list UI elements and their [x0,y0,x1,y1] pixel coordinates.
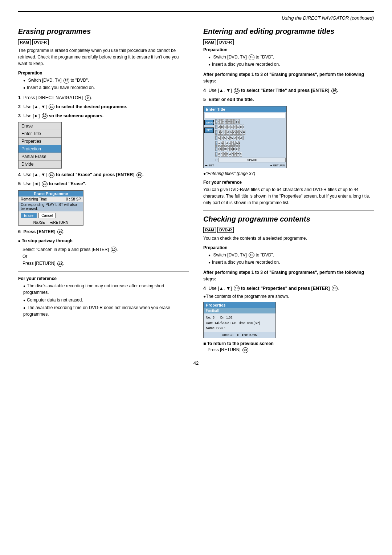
to-stop-line-1: Select "Cancel" in step 6 and press [ENT… [23,246,189,253]
et-c-28[interactable]: P [236,130,239,135]
to-return-text: Press [RETURN] 23. [208,347,374,353]
badge-ram: RAM [18,39,31,45]
et-c-56[interactable]: n [228,146,230,151]
et-c-27[interactable]: O [233,130,236,135]
et-c-61[interactable]: 7 [215,152,217,157]
et-c-29[interactable]: Q [239,130,242,135]
et-c-32[interactable]: S [218,135,220,140]
et-c-16[interactable]: E [230,125,233,129]
et-c-67[interactable]: 5 [232,152,234,157]
et-c-19[interactable]: H [240,125,242,129]
enter-title-screen: Enter Title ERASE SET 1 [203,106,287,168]
et-c-13[interactable]: B [221,125,224,129]
et-c-7[interactable]: & [231,119,234,124]
et-c-52[interactable]: j [218,146,219,151]
et-c-47[interactable]: f [231,141,233,146]
et-c-3[interactable]: " [220,119,222,124]
right-column: Entering and editing programme titles RA… [203,27,374,353]
et-c-46[interactable]: e [229,141,231,146]
et-c-33[interactable]: T [221,135,224,140]
et-c-31[interactable]: 4 [215,135,217,140]
circle-15-icon: 15 [64,78,69,84]
et-c-20[interactable]: I [243,125,244,129]
props-line-2: Date 14/7/2002 TUE Time 0:01(SP) [206,320,273,325]
et-c-18[interactable]: G [236,125,239,129]
et-c-53[interactable]: k [220,146,222,151]
circle-10-icon: 10 [49,104,54,110]
et-c-49[interactable]: h [236,141,238,146]
et-set-btn[interactable]: SET [204,127,214,133]
et-c-30[interactable]: R [243,130,246,135]
divider-2 [203,210,374,211]
et-c-6[interactable]: % [227,119,230,124]
et-c-39[interactable]: Z [240,135,242,140]
entering-badge-ram: RAM [203,39,216,45]
et-char-grid: 1 ! " # $ % & ' ( ) [215,119,286,163]
et-c-55[interactable]: m [224,146,227,151]
step-1-text: Press [DIRECT NAVIGATOR] 9. [23,95,92,100]
et-c-69[interactable]: 7 [237,152,239,157]
menu-enter-title: Enter Title [19,130,61,138]
et-c-17[interactable]: F [233,125,236,129]
et-c-37[interactable]: X [234,135,236,140]
et-c-35[interactable]: V [227,135,229,140]
et-c-57[interactable]: o [230,146,232,151]
et-c-23[interactable]: K [220,130,223,135]
et-c-62[interactable]: 0 [218,152,220,157]
et-c-21[interactable]: 3 [215,130,217,135]
et-c-38[interactable]: Y [237,135,240,140]
et-c-54[interactable]: l [222,146,224,151]
et-c-59[interactable]: q [236,146,238,151]
props-nav-bullet: ● [237,333,239,337]
et-c-15[interactable]: D [227,125,230,129]
entering-step-5: 5 Enter or edit the title. [203,96,374,103]
et-c-34[interactable]: U [224,135,227,140]
et-c-14[interactable]: C [224,125,227,129]
et-c-68[interactable]: 6 [234,152,236,157]
et-c-22[interactable]: J [218,130,220,135]
et-c-41[interactable]: 5 [215,141,217,146]
et-c-64[interactable]: 2 [223,152,225,157]
et-c-48[interactable]: g [233,141,236,146]
et-c-10[interactable]: ) [238,119,240,124]
et-c-45[interactable]: d [226,141,228,146]
et-c-60[interactable]: r [238,146,240,151]
et-c-8[interactable]: ' [234,119,236,124]
et-c-9[interactable]: ( [236,119,237,124]
et-c-65[interactable]: 3 [226,152,228,157]
circle-10-icon-4: 10 [136,172,142,178]
et-erase-btn[interactable]: ERASE [204,120,214,125]
erase-btn[interactable]: Erase [21,213,37,218]
et-c-42[interactable]: a [218,141,220,146]
step-6-text: Press [ENTER] 10. [23,229,64,234]
circle-10-icon-9: 10 [331,88,337,94]
cancel-btn[interactable]: Cancel [38,213,56,218]
et-c-4[interactable]: # [222,119,224,124]
et-c-63[interactable]: 1 [221,152,223,157]
et-c-43[interactable]: b [221,141,223,146]
et-c-50[interactable]: i [238,141,240,146]
et-c-5[interactable]: $ [225,119,227,124]
et-c-26[interactable]: N [230,130,233,135]
et-space-btn[interactable]: SPACE [219,158,286,162]
checking-badges: RAM DVD-R [203,227,374,233]
et-c-36[interactable]: W [230,135,234,140]
to-stop-section: To stop partway through Select "Cancel" … [18,238,189,267]
et-c-24[interactable]: L [224,130,226,135]
et-c-11[interactable]: 2 [215,125,217,129]
et-c-44[interactable]: c [223,141,225,146]
et-c-40[interactable] [243,135,244,140]
et-c-58[interactable]: p [233,146,235,151]
et-c-25[interactable]: M [226,130,229,135]
et-c-1[interactable]: 1 [215,119,217,124]
et-c-12[interactable]: A [218,125,220,129]
et-c-51[interactable]: 6 [215,146,217,151]
et-c-2[interactable]: ! [218,119,219,124]
for-reference-list: The disc's available recording time may … [18,283,189,317]
checking-step-4-num: 4 [203,286,206,291]
properties-screen: Properties Football No. 3 On 1:02 Date 1… [203,302,276,338]
et-c-66[interactable]: 4 [229,152,231,157]
entering-prep-label: Preparation [203,47,374,52]
top-border [18,11,374,13]
et-c-70[interactable]: 8 [240,152,242,157]
